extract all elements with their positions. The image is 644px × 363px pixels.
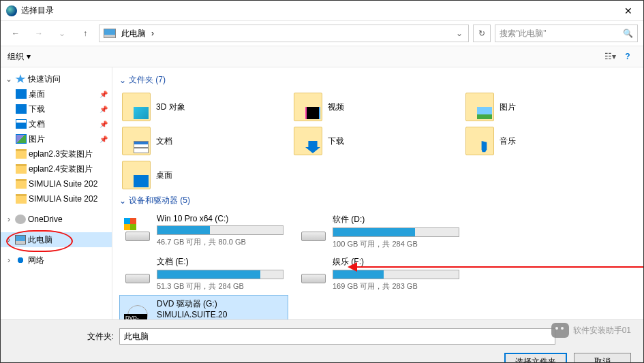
tree-item[interactable]: SIMULIA Suite 202 [1, 176, 112, 191]
folder-icon [16, 149, 27, 159]
dvd-icon [127, 305, 148, 319]
close-button[interactable]: ✕ [619, 5, 638, 16]
drive-item[interactable]: 软件 (D:)100 GB 可用，共 284 GB [295, 210, 464, 253]
pin-icon: 📌 [99, 136, 108, 143]
folder-name: 下载 [328, 136, 344, 147]
tree-item[interactable]: 图片📌 [1, 131, 112, 146]
up-button[interactable]: ↑ [76, 24, 95, 43]
drive-usage-text: 100 GB 可用，共 284 GB [333, 239, 459, 249]
refresh-button[interactable]: ↻ [473, 25, 491, 42]
drive-icon [124, 214, 151, 241]
content-pane: ⌄ 文件夹 (7) 3D 对象视频图片文档下载音乐桌面 ⌄ 设备和驱动器 (5)… [112, 67, 643, 319]
folder-icon [465, 93, 494, 121]
drive-icon [300, 256, 327, 283]
drive-name: Win 10 Pro x64 (C:) [157, 214, 283, 223]
tree-item-label: SIMULIA Suite 202 [29, 194, 97, 204]
folder-name: 文档 [156, 136, 172, 147]
tree-item[interactable]: eplan2.4安装图片 [1, 161, 112, 176]
tree-this-pc[interactable]: › 此电脑 [1, 232, 112, 247]
chevron-down-icon[interactable]: ⌄ [5, 74, 13, 84]
folder-label: 文件夹: [81, 331, 114, 343]
drive-item[interactable]: DVD 驱动器 (G:)SIMULIA.SUITE.200 字节 可用，共 8.… [119, 295, 288, 319]
drive-name: 软件 (D:) [333, 214, 459, 225]
folder-name: 3D 对象 [156, 101, 185, 113]
pin-icon: 📌 [99, 121, 108, 128]
breadcrumb-chevron[interactable]: › [149, 29, 157, 38]
drive-usage-text: 169 GB 可用，共 283 GB [333, 281, 459, 291]
wechat-icon [551, 323, 569, 338]
view-options-button[interactable]: ☷ ▾ [601, 49, 619, 64]
drive-item[interactable]: 娱乐 (F:)169 GB 可用，共 283 GB [295, 253, 464, 295]
folder-item[interactable]: 下载 [291, 124, 463, 158]
tree-item-label: eplan2.4安装图片 [29, 163, 93, 175]
folder-item[interactable]: 文档 [119, 124, 291, 158]
pc-icon [104, 29, 116, 38]
tree-item-label: 下载 [29, 104, 45, 115]
tree-item[interactable]: 下载📌 [1, 101, 112, 116]
tree-onedrive[interactable]: › OneDrive [1, 212, 112, 227]
tree-item-label: 文档 [29, 119, 45, 130]
drive-usage-text: 46.7 GB 可用，共 80.0 GB [157, 237, 283, 247]
folder-icon [16, 134, 27, 144]
group-folders-header[interactable]: ⌄ 文件夹 (7) [119, 74, 637, 86]
usage-bar [157, 270, 283, 279]
tree-item[interactable]: SIMULIA Suite 202 [1, 191, 112, 206]
folder-item[interactable]: 3D 对象 [119, 90, 291, 124]
drive-icon [124, 256, 151, 283]
folder-icon [122, 161, 151, 189]
forward-button[interactable]: → [29, 24, 48, 43]
folder-icon [122, 93, 151, 121]
tree-quick-access[interactable]: ⌄ 快速访问 [1, 72, 112, 86]
back-button[interactable]: ← [6, 24, 25, 43]
nav-tree: ⌄ 快速访问 桌面📌下载📌文档📌图片📌eplan2.3安装图片eplan2.4安… [1, 67, 112, 319]
recent-dropdown[interactable]: ⌄ [52, 24, 72, 43]
address-dropdown[interactable]: ⌄ [452, 29, 467, 38]
tree-network[interactable]: › 网络 [1, 253, 112, 268]
select-folder-button[interactable]: 选择文件夹 [504, 353, 567, 363]
window-title: 选择目录 [21, 5, 619, 16]
search-box[interactable]: 搜索"此电脑" 🔍 [495, 25, 638, 42]
folder-item[interactable]: 音乐 [463, 124, 634, 158]
folder-field[interactable]: 此电脑 [119, 328, 555, 345]
drive-icon [124, 298, 151, 319]
folder-icon [16, 164, 27, 174]
folder-name: 视频 [328, 101, 344, 113]
drive-item[interactable]: Win 10 Pro x64 (C:)46.7 GB 可用，共 80.0 GB [119, 210, 288, 253]
drive-icon [300, 214, 327, 241]
group-drives-header[interactable]: ⌄ 设备和驱动器 (5) [119, 195, 637, 206]
usage-bar [333, 227, 459, 237]
address-text: 此电脑 [119, 28, 149, 40]
organize-button[interactable]: 组织▾ [7, 51, 31, 63]
chevron-right-icon[interactable]: › [5, 215, 13, 224]
help-button[interactable]: ? [619, 49, 637, 64]
folder-icon [294, 127, 322, 155]
drive-item[interactable]: 文档 (E:)51.3 GB 可用，共 284 GB [119, 253, 288, 295]
folder-icon [16, 89, 27, 99]
drive-name: DVD 驱动器 (G:)SIMULIA.SUITE.20 [157, 298, 283, 319]
pin-icon: 📌 [99, 91, 108, 98]
address-bar[interactable]: 此电脑 › ⌄ [99, 25, 469, 42]
tree-item[interactable]: 桌面📌 [1, 86, 112, 101]
folder-icon [16, 119, 27, 129]
main-area: ⌄ 快速访问 桌面📌下载📌文档📌图片📌eplan2.3安装图片eplan2.4安… [1, 67, 643, 319]
search-icon: 🔍 [623, 29, 633, 38]
star-icon [15, 74, 26, 84]
chevron-right-icon[interactable]: › [5, 255, 13, 265]
folder-name: 图片 [500, 101, 516, 113]
folder-item[interactable]: 桌面 [119, 158, 291, 192]
folder-name: 桌面 [156, 170, 172, 181]
folder-icon [16, 104, 27, 114]
folder-icon [16, 194, 27, 204]
toolbar: 组织▾ ☷ ▾ ? [1, 46, 643, 67]
folder-item[interactable]: 视频 [291, 90, 463, 124]
folder-name: 音乐 [500, 136, 516, 147]
titlebar: 选择目录 ✕ [1, 1, 643, 21]
tree-item[interactable]: eplan2.3安装图片 [1, 146, 112, 161]
tree-item[interactable]: 文档📌 [1, 116, 112, 131]
chevron-down-icon: ⌄ [119, 196, 126, 206]
cancel-button[interactable]: 取消 [574, 353, 631, 363]
tree-item-label: 桌面 [29, 89, 45, 100]
chevron-down-icon: ⌄ [119, 76, 126, 85]
folder-item[interactable]: 图片 [463, 90, 634, 124]
chevron-right-icon[interactable]: › [5, 235, 13, 244]
